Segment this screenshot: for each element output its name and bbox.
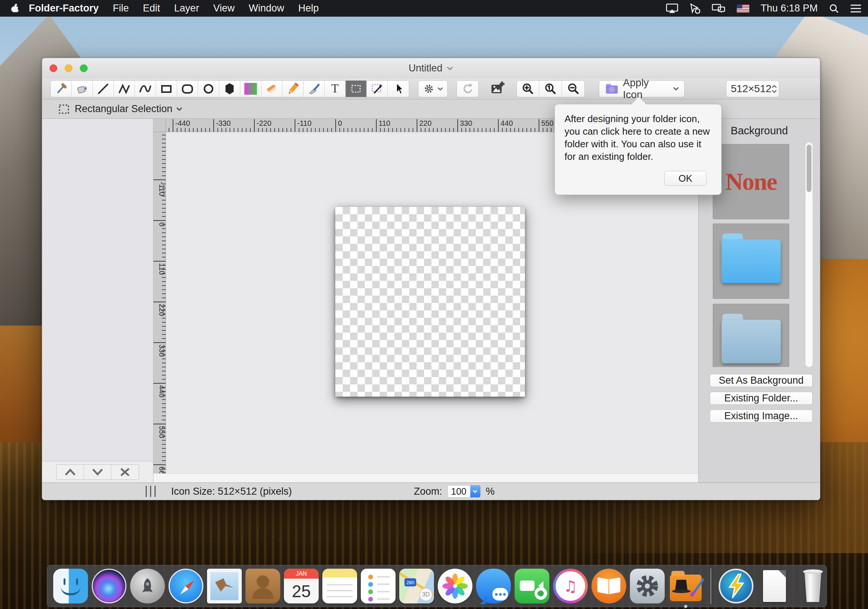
tool-pencil[interactable]	[282, 81, 304, 97]
tool-text[interactable]: T	[325, 81, 346, 97]
menu-clock[interactable]: Thu 6:18 PM	[760, 3, 818, 14]
menu-file[interactable]: File	[113, 3, 129, 14]
tool-move-cursor[interactable]	[388, 81, 409, 97]
dock-folder-factory[interactable]	[668, 569, 703, 603]
transparent-canvas[interactable]	[335, 207, 525, 397]
apply-icon-button[interactable]: Apply Icon	[599, 80, 685, 97]
help-popover: After designing your folder icon, you ca…	[555, 104, 722, 195]
dock-itunes[interactable]: ♫	[553, 569, 588, 603]
notification-center-icon[interactable]	[850, 4, 861, 13]
chevron-down-icon[interactable]	[176, 107, 183, 111]
dock-siri[interactable]	[92, 569, 126, 603]
tool-line[interactable]	[93, 81, 114, 97]
menu-view[interactable]: View	[213, 3, 235, 14]
dock-reminders[interactable]	[361, 569, 395, 603]
menu-window[interactable]: Window	[249, 3, 284, 14]
ruler-label: 440	[153, 383, 166, 398]
chevron-down-icon	[437, 87, 443, 91]
menu-layer[interactable]: Layer	[174, 3, 199, 14]
tool-eyedropper[interactable]	[51, 81, 72, 97]
add-image-button[interactable]	[487, 80, 508, 97]
window-titlebar[interactable]: Untitled	[42, 58, 820, 78]
dock-facetime[interactable]	[515, 569, 549, 603]
dock-contacts[interactable]	[245, 569, 280, 603]
background-scrollbar[interactable]	[806, 143, 812, 367]
ruler-label: 110	[153, 261, 166, 275]
tool-paint-bucket[interactable]	[72, 81, 93, 97]
background-thumbnail-list: None	[713, 143, 798, 367]
dock-finder[interactable]	[53, 569, 88, 603]
zoom-select-arrow-icon[interactable]	[470, 485, 480, 497]
menu-edit[interactable]: Edit	[143, 3, 160, 14]
tool-rectangle[interactable]	[156, 81, 177, 97]
vertical-ruler: -1100110220330440550660	[153, 132, 166, 473]
canvas-size-stepper[interactable]: 512×512	[726, 80, 779, 97]
percent-label: %	[486, 486, 494, 497]
dock: JAN 25 280 3D ♫	[47, 565, 827, 607]
layer-move-up-button[interactable]	[57, 465, 84, 480]
tool-curve[interactable]	[135, 81, 156, 97]
ruler-label: 440	[498, 119, 513, 132]
dock-safari[interactable]	[169, 569, 203, 603]
airplay-display-icon[interactable]	[666, 3, 678, 14]
menu-help[interactable]: Help	[298, 3, 319, 14]
dock-separator	[710, 568, 711, 604]
background-thumb-textured-folder[interactable]	[713, 304, 789, 367]
background-thumb-blue-folder[interactable]	[713, 224, 789, 299]
tool-wand-selection[interactable]	[367, 81, 388, 97]
dock-lightning-app[interactable]	[719, 569, 753, 603]
tool-gradient[interactable]	[240, 81, 261, 97]
title-chevron-icon[interactable]	[446, 65, 454, 71]
chevron-down-icon	[673, 86, 679, 91]
tool-knife[interactable]	[304, 81, 325, 97]
tool-ellipse[interactable]	[198, 81, 219, 97]
zoom-select[interactable]: 100	[447, 485, 480, 498]
selection-mode-label[interactable]: Rectangular Selection	[75, 103, 172, 115]
zoom-actual-button[interactable]	[539, 81, 562, 97]
dock-trash[interactable]	[795, 569, 830, 603]
ruler-label: 550	[539, 119, 553, 132]
menu-app-name[interactable]: Folder-Factory	[29, 3, 99, 14]
zoom-out-button[interactable]	[562, 81, 584, 97]
dock-maps[interactable]: 280 3D	[399, 569, 434, 603]
dock-notes[interactable]	[322, 569, 357, 603]
layer-move-down-button[interactable]	[84, 465, 111, 480]
background-thumb-none[interactable]: None	[713, 144, 789, 219]
dock-calendar[interactable]: JAN 25	[284, 569, 319, 603]
zoom-in-button[interactable]	[517, 81, 539, 97]
existing-image-button[interactable]: Existing Image...	[710, 410, 812, 423]
spotlight-search-icon[interactable]	[829, 3, 839, 14]
panel-resize-grip[interactable]	[146, 486, 156, 497]
us-flag-icon[interactable]	[737, 5, 749, 12]
background-scrollbar-thumb[interactable]	[807, 144, 811, 192]
rotate-button[interactable]	[457, 80, 479, 97]
layer-delete-button[interactable]	[111, 465, 139, 480]
zoom-value: 100	[448, 486, 470, 497]
tool-zigzag[interactable]	[114, 81, 135, 97]
dock-launchpad[interactable]	[130, 569, 165, 603]
dock-messages[interactable]	[476, 569, 511, 603]
dock-mail[interactable]	[207, 569, 242, 603]
dock-books[interactable]	[592, 569, 626, 603]
tool-eraser[interactable]	[261, 81, 282, 97]
dock-document[interactable]	[757, 569, 792, 603]
canvas-scrollbar-strip[interactable]	[153, 473, 698, 482]
dock-photos[interactable]	[438, 569, 473, 603]
tool-options-button[interactable]	[418, 80, 448, 97]
screen-pointer-icon[interactable]	[690, 3, 701, 14]
tool-polygon[interactable]	[219, 81, 240, 97]
ok-button[interactable]: OK	[664, 171, 707, 186]
dock-system-preferences[interactable]	[630, 569, 665, 603]
dual-display-icon[interactable]	[711, 3, 726, 14]
popover-message: After designing your folder icon, you ca…	[564, 112, 714, 163]
canvas-size-value: 512×512	[731, 83, 772, 95]
apple-menu[interactable]	[7, 3, 24, 14]
ruler-label: 660	[153, 465, 166, 473]
tool-rounded-rectangle[interactable]	[177, 81, 198, 97]
tool-rectangular-selection[interactable]	[346, 81, 367, 97]
set-as-background-button[interactable]: Set As Background	[710, 374, 812, 387]
stepper-arrows-icon[interactable]	[772, 85, 777, 93]
ruler-label: 330	[153, 342, 166, 357]
existing-folder-button[interactable]: Existing Folder...	[710, 392, 812, 405]
layers-panel-footer	[42, 461, 153, 482]
